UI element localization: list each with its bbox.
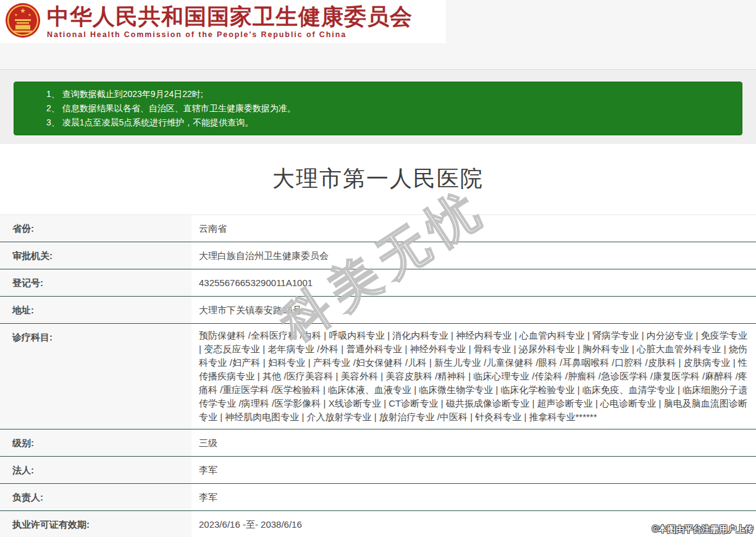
table-row-license-validity: 执业许可证有效期: 2023/6/16 -至- 2038/6/16: [0, 511, 756, 537]
table-row-approval-authority: 审批机关: 大理白族自治州卫生健康委员会: [0, 242, 756, 269]
nhc-logo: ★ ★ ★ 中华人民共和国国家卫生健康委员会 National Health C…: [0, 0, 446, 43]
row-label: 执业许可证有效期:: [0, 511, 191, 537]
table-row-province: 省份: 云南省: [0, 215, 756, 242]
row-value: 李军: [191, 484, 756, 510]
table-row-legal-person: 法人: 李军: [0, 457, 756, 484]
row-value: 大理白族自治州卫生健康委员会: [191, 242, 756, 269]
row-label: 负责人:: [0, 484, 191, 510]
table-row-registration-number: 登记号: 43255676653290011A1001: [0, 269, 756, 297]
row-label: 地址:: [0, 297, 191, 323]
site-title-chinese: 中华人民共和国国家卫生健康委员会: [47, 4, 413, 30]
site-title-english: National Health Commission of the People…: [47, 30, 413, 40]
result-content: 大理市第一人民医院 省份: 云南省 审批机关: 大理白族自治州卫生健康委员会 登…: [0, 144, 756, 537]
row-label: 诊疗科目:: [0, 324, 191, 429]
site-header: ★ ★ ★ 中华人民共和国国家卫生健康委员会 National Health C…: [0, 0, 756, 70]
logo-text: 中华人民共和国国家卫生健康委员会 National Health Commiss…: [47, 4, 413, 40]
svg-text:★: ★: [28, 13, 31, 17]
table-row-person-in-charge: 负责人: 李军: [0, 484, 756, 511]
row-value: 预防保健科 /全科医疗科 /内科 | 呼吸内科专业 | 消化内科专业 | 神经内…: [191, 324, 756, 429]
svg-text:★: ★: [20, 7, 26, 14]
copyright-stamp: ©本图由平台注册用户上传: [652, 524, 754, 535]
row-value: 云南省: [191, 215, 756, 242]
notice-line-2: 2、 信息数据结果以各省、自治区、直辖市卫生健康委数据为准。: [46, 101, 736, 116]
notice-line-1: 1、 查询数据截止到2023年9月24日22时;: [46, 87, 736, 101]
row-label: 省份:: [0, 215, 191, 242]
notice-section: 1、 查询数据截止到2023年9月24日22时; 2、 信息数据结果以各省、自治…: [0, 70, 756, 144]
table-row-address: 地址: 大理市下关镇泰安路36号: [0, 297, 756, 324]
hospital-name-title: 大理市第一人民医院: [0, 165, 756, 192]
table-row-level: 级别: 三级: [0, 429, 756, 457]
table-row-departments: 诊疗科目: 预防保健科 /全科医疗科 /内科 | 呼吸内科专业 | 消化内科专业…: [0, 324, 756, 429]
row-label: 审批机关:: [0, 242, 191, 269]
row-value: 三级: [191, 429, 756, 456]
row-value: 43255676653290011A1001: [191, 269, 756, 296]
row-value: 李军: [191, 457, 756, 483]
china-national-emblem-icon: ★ ★ ★: [5, 2, 41, 41]
svg-text:★: ★: [14, 13, 17, 17]
row-value: 大理市下关镇泰安路36号: [191, 297, 756, 323]
row-label: 法人:: [0, 457, 191, 483]
notice-box: 1、 查询数据截止到2023年9月24日22时; 2、 信息数据结果以各省、自治…: [14, 82, 742, 135]
row-label: 级别:: [0, 429, 191, 456]
row-label: 登记号:: [0, 269, 191, 296]
hospital-info-table: 省份: 云南省 审批机关: 大理白族自治州卫生健康委员会 登记号: 432556…: [0, 214, 756, 537]
notice-line-3: 3、 凌晨1点至凌晨5点系统进行维护，不能提供查询。: [46, 116, 736, 130]
